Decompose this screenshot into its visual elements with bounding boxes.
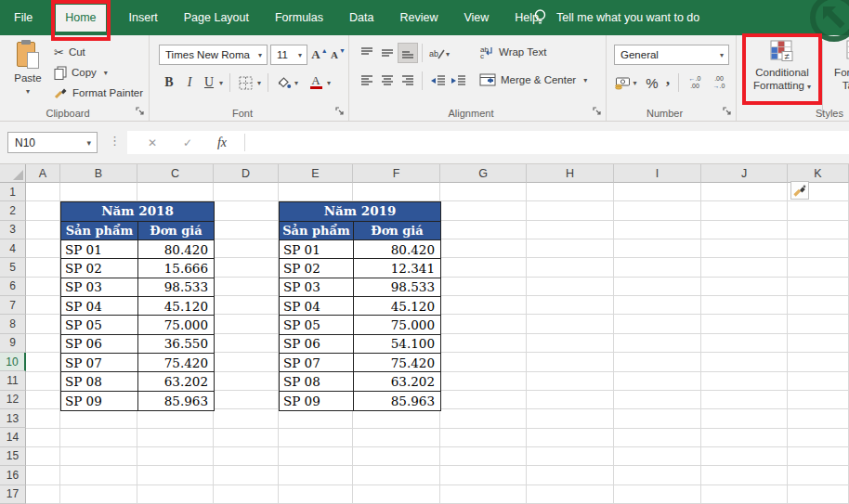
row-header-10[interactable]: 10 (0, 353, 26, 371)
product-cell[interactable]: SP 04 (61, 297, 138, 315)
cancel-icon[interactable]: ✕ (135, 136, 170, 149)
top-align-button[interactable] (357, 43, 377, 63)
price-cell[interactable]: 75.000 (354, 316, 440, 333)
row-header-11[interactable]: 11 (0, 371, 26, 390)
clipboard-dialog-launcher[interactable] (135, 106, 146, 117)
product-cell[interactable]: SP 01 (280, 240, 354, 258)
table-row[interactable]: SP 0180.420 (61, 240, 214, 259)
price-cell[interactable]: 80.420 (354, 240, 440, 258)
table-row[interactable]: SP 0863.202 (61, 372, 214, 391)
product-cell[interactable]: SP 05 (61, 316, 138, 333)
bottom-align-button[interactable] (398, 43, 418, 63)
bold-button[interactable]: B (159, 72, 179, 93)
column-header-B[interactable]: B (60, 164, 137, 183)
format-as-table-button[interactable]: Format as Table (826, 40, 849, 94)
number-format-combo[interactable]: General (614, 45, 729, 65)
column-header-C[interactable]: C (137, 164, 214, 183)
product-cell[interactable]: SP 09 (61, 392, 138, 410)
copy-button[interactable]: Copy (54, 63, 108, 82)
price-cell[interactable]: 54.100 (354, 335, 440, 353)
paste-dropdown-arrow[interactable] (26, 84, 30, 96)
row-header-6[interactable]: 6 (0, 278, 26, 296)
wrap-text-button[interactable]: ab c Wrap Text (479, 43, 546, 61)
align-right-button[interactable] (398, 71, 418, 91)
table-row[interactable]: SP 0398.533 (61, 278, 214, 297)
italic-button[interactable]: I (179, 72, 200, 93)
product-cell[interactable]: SP 07 (280, 354, 354, 371)
data-table-1[interactable]: Năm 2018Sản phẩmĐơn giáSP 0180.420SP 021… (60, 201, 215, 411)
row-header-3[interactable]: 3 (0, 221, 26, 239)
product-cell[interactable]: SP 03 (280, 278, 354, 296)
row-header-16[interactable]: 16 (0, 466, 26, 485)
underline-dropdown-arrow[interactable] (216, 72, 227, 93)
alignment-dialog-launcher[interactable] (592, 106, 603, 117)
middle-align-button[interactable] (377, 43, 398, 63)
product-cell[interactable]: SP 08 (280, 372, 354, 390)
borders-dropdown-arrow[interactable] (254, 72, 265, 93)
table-row[interactable]: SP 0575.000 (61, 316, 214, 334)
table-row[interactable]: SP 0636.550 (61, 335, 214, 354)
row-header-13[interactable]: 13 (0, 409, 26, 428)
table-row[interactable]: SP 0863.202 (280, 372, 440, 391)
price-cell[interactable]: 75.420 (354, 354, 440, 371)
floating-brush-button[interactable] (790, 181, 809, 200)
row-header-15[interactable]: 15 (0, 447, 26, 466)
increase-indent-button[interactable] (448, 71, 468, 91)
price-cell[interactable]: 63.202 (138, 372, 214, 390)
paste-button[interactable]: Paste (7, 41, 48, 96)
table-row[interactable]: SP 0985.963 (61, 392, 214, 410)
price-cell[interactable]: 75.000 (138, 316, 214, 333)
name-box[interactable]: N10 (7, 132, 98, 153)
column-header-J[interactable]: J (701, 164, 788, 183)
borders-button[interactable] (235, 72, 255, 93)
merge-center-button[interactable]: Merge & Center (479, 71, 587, 89)
tab-data[interactable]: Data (346, 5, 376, 32)
fill-color-dropdown-arrow[interactable] (291, 72, 302, 93)
product-cell[interactable]: SP 08 (61, 372, 138, 390)
table-row[interactable]: SP 0212.341 (280, 259, 440, 278)
tab-page-layout[interactable]: Page Layout (181, 5, 252, 32)
product-cell[interactable]: SP 09 (280, 392, 354, 410)
table-row[interactable]: SP 0445.120 (280, 297, 440, 316)
formula-bar-grip[interactable]: ⋮ (109, 134, 121, 148)
number-dialog-launcher[interactable] (722, 106, 733, 117)
table-row[interactable]: SP 0575.000 (280, 316, 440, 334)
data-table-2[interactable]: Năm 2019Sản phẩmĐơn giáSP 0180.420SP 021… (279, 201, 441, 411)
price-cell[interactable]: 63.202 (354, 372, 440, 390)
tell-me-box[interactable]: Tell me what you want to do (533, 0, 699, 35)
price-cell[interactable]: 45.120 (354, 297, 440, 315)
price-cell[interactable]: 85.963 (354, 392, 440, 410)
price-cell[interactable]: 15.666 (138, 259, 214, 277)
font-size-combo[interactable]: 11 (270, 45, 307, 65)
price-cell[interactable]: 98.533 (354, 278, 440, 296)
table-row[interactable]: SP 0398.533 (280, 278, 440, 297)
decrease-font-size-button[interactable]: A ▼ (328, 45, 348, 65)
price-cell[interactable]: 45.120 (138, 297, 214, 315)
product-cell[interactable]: SP 02 (280, 259, 354, 277)
column-header-H[interactable]: H (527, 164, 614, 183)
row-header-4[interactable]: 4 (0, 239, 26, 258)
accounting-dropdown-arrow[interactable] (630, 72, 640, 93)
price-cell[interactable]: 36.550 (138, 335, 214, 353)
align-left-button[interactable] (357, 71, 377, 91)
decrease-indent-button[interactable] (427, 71, 448, 91)
tab-view[interactable]: View (461, 5, 491, 32)
cut-button[interactable]: ✂ Cut (54, 43, 85, 61)
price-cell[interactable]: 85.963 (138, 392, 214, 410)
column-header-I[interactable]: I (614, 164, 701, 183)
tab-file[interactable]: File (11, 5, 35, 32)
tab-formulas[interactable]: Formulas (272, 5, 326, 32)
product-cell[interactable]: SP 03 (61, 278, 138, 296)
format-painter-button[interactable]: Format Painter (54, 84, 143, 102)
tab-insert[interactable]: Insert (126, 5, 161, 32)
product-cell[interactable]: SP 01 (61, 240, 138, 258)
column-header-A[interactable]: A (26, 164, 60, 183)
product-cell[interactable]: SP 07 (61, 354, 138, 371)
price-cell[interactable]: 80.420 (138, 240, 214, 258)
table-row[interactable]: SP 0215.666 (61, 259, 214, 278)
table-row[interactable]: SP 0985.963 (280, 392, 440, 410)
align-center-button[interactable] (377, 71, 398, 91)
increase-font-size-button[interactable]: A ▲ (309, 45, 330, 65)
product-cell[interactable]: SP 05 (280, 316, 354, 333)
tab-home[interactable]: Home (56, 5, 105, 32)
